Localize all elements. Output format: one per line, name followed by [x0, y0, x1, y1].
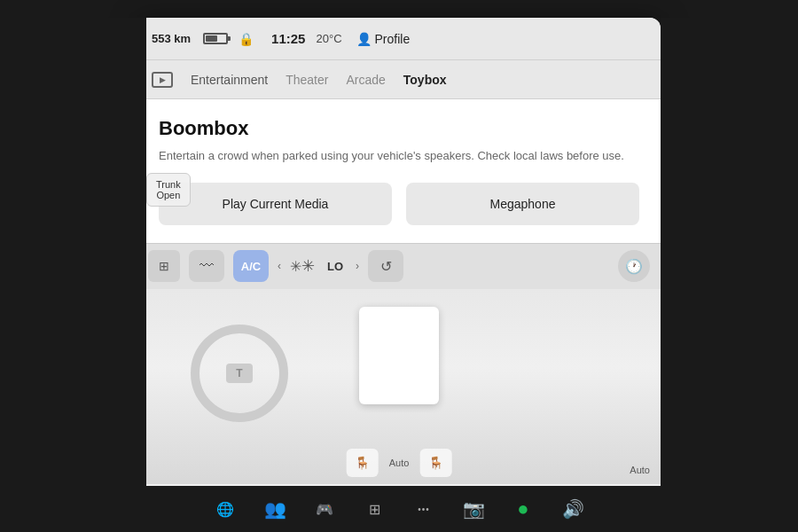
boombox-description: Entertain a crowd when parked using your…	[159, 147, 639, 165]
recirculate-btn[interactable]: ↺	[368, 250, 403, 282]
camera-icon[interactable]: 📷	[458, 493, 489, 525]
gamepad-icon[interactable]: 🎮	[309, 493, 340, 525]
time-display: 11:25	[271, 31, 305, 46]
status-bar: 553 km 🔒 11:25 20°C 👤 Profile	[137, 18, 661, 60]
profile-section[interactable]: 👤 Profile	[356, 32, 411, 46]
grid-icon[interactable]: ⊞	[358, 493, 390, 525]
left-seat-label: Auto	[386, 458, 413, 468]
wheel-outer: T	[191, 325, 288, 422]
more-icon[interactable]: •••	[408, 493, 440, 525]
heated-seat-btn[interactable]: 〰	[189, 250, 224, 282]
trunk-label: Trunk	[156, 179, 181, 190]
range-display: 553 km	[152, 32, 191, 45]
megaphone-button[interactable]: Megaphone	[406, 183, 639, 225]
dashboard-image: T 🪑 Auto 🪑 Auto	[137, 289, 661, 484]
fan-speed: LO	[324, 260, 347, 273]
left-panel	[0, 18, 146, 497]
right-panel	[661, 18, 798, 497]
climate-bar: ⊞ 〰 A/C ‹ ✳ LO › ↺ 🕐	[137, 243, 661, 289]
tab-arcade[interactable]: Arcade	[346, 69, 385, 90]
volume-icon[interactable]: 🔊	[557, 493, 589, 525]
tesla-screen: 553 km 🔒 11:25 20°C 👤 Profile ▶ Entertai…	[137, 18, 661, 497]
entertainment-icon: ▶	[152, 72, 173, 88]
fan-icon: ✳	[290, 256, 315, 276]
spotify-icon[interactable]: ●	[507, 493, 539, 525]
mobilox-icon[interactable]: 🌐	[209, 493, 241, 525]
climate-right: 🕐	[618, 250, 650, 282]
boombox-title: Boombox	[159, 117, 639, 140]
tab-entertainment[interactable]: Entertainment	[191, 73, 268, 87]
tesla-logo-center: T	[226, 364, 253, 383]
lock-icon: 🔒	[239, 32, 254, 46]
boombox-content: Boombox Entertain a crowd when parked us…	[137, 99, 661, 243]
people-icon[interactable]: 👥	[259, 493, 291, 525]
tab-theater[interactable]: Theater	[286, 69, 328, 90]
profile-icon: 👤	[356, 32, 372, 46]
trunk-status: Open	[156, 190, 181, 200]
right-seat-heat-icon: 🪑	[419, 449, 451, 477]
tab-toybox[interactable]: Toybox	[403, 69, 447, 90]
right-auto-label: Auto	[630, 465, 650, 475]
temperature-display: 20°C	[316, 32, 341, 45]
profile-label: Profile	[375, 32, 411, 46]
boombox-buttons: Play Current Media Megaphone	[159, 183, 639, 225]
left-seat-heat-icon: 🪑	[347, 449, 379, 477]
seat-controls: 🪑 Auto 🪑	[347, 449, 452, 477]
center-touchscreen	[359, 307, 439, 404]
tesla-t-icon: T	[236, 367, 242, 379]
battery-icon	[203, 33, 228, 44]
recirc-icon: ↺	[380, 258, 392, 275]
steering-wheel: T	[191, 325, 288, 422]
grid-icon-btn[interactable]: ⊞	[148, 250, 180, 282]
trunk-indicator: Trunk Open	[146, 173, 191, 207]
car-visualization: T 🪑 Auto 🪑 Auto	[137, 289, 661, 484]
nav-tabs: ▶ Entertainment Theater Arcade Toybox	[137, 60, 661, 99]
fan-left-chevron[interactable]: ‹	[278, 260, 281, 272]
play-current-media-button[interactable]: Play Current Media	[159, 183, 392, 225]
fan-right-chevron[interactable]: ›	[356, 260, 359, 272]
ac-button[interactable]: A/C	[233, 250, 269, 282]
clock-button[interactable]: 🕐	[618, 250, 650, 282]
